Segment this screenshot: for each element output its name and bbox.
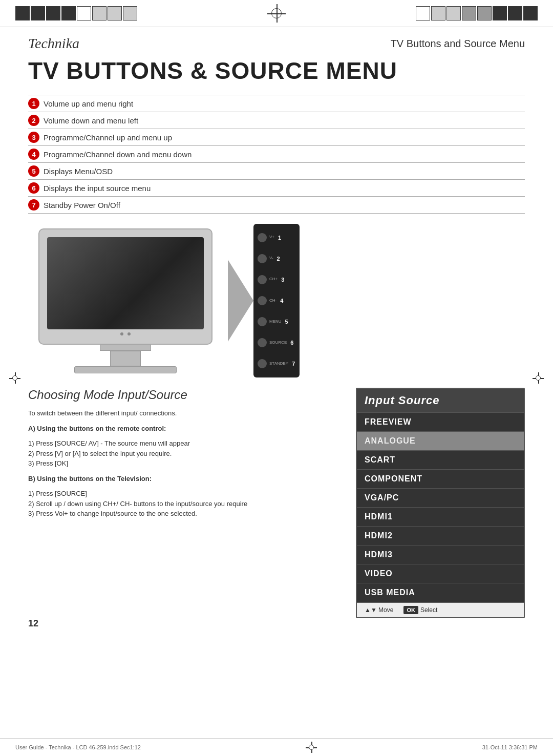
btn-label-7: STANDBY (269, 362, 288, 366)
tv-dot-2 (127, 332, 131, 335)
btn-row-1: V+ 1 (258, 233, 295, 242)
reg-box-4 (61, 6, 76, 20)
menu-item-hdmi3[interactable]: HDMI3 (357, 545, 524, 564)
footer-left: User Guide - Technika - LCD 46-259.indd … (15, 744, 141, 750)
btn-row-7: STANDBY 7 (258, 359, 295, 368)
header-title: TV Buttons and Source Menu (391, 38, 525, 50)
reg-box-8 (123, 6, 137, 20)
tv-bezel-bottom (47, 329, 204, 339)
btn-label-3: CH+ (269, 277, 278, 282)
reg-box-1 (15, 6, 30, 20)
main-content: TV BUTTONS & SOURCE MENU 1 Volume up and… (0, 52, 553, 618)
list-item: 7 Standby Power On/Off (28, 197, 525, 214)
list-item: 4 Programme/Channel down and menu down (28, 146, 525, 163)
badge-2: 2 (28, 115, 39, 126)
logo: Technika (28, 35, 79, 52)
tv-button-7 (258, 359, 267, 368)
body-text-2: A) Using the buttons on the remote contr… (28, 424, 341, 434)
tv-illustration (28, 228, 223, 373)
btn-num-1: 1 (278, 235, 281, 241)
btn-label-4: CH- (269, 299, 276, 303)
tv-button-2 (258, 254, 267, 263)
tv-stand-base (74, 366, 177, 373)
btn-row-4: CH- 4 (258, 296, 295, 305)
input-source-menu: Input Source FREEVIEW ANALOGUE SCART COM… (356, 388, 525, 618)
body-text-1: To switch between the different input/ c… (28, 408, 341, 418)
reg-box-r5 (477, 6, 492, 20)
tv-button-4 (258, 296, 267, 305)
reg-box-r2 (431, 6, 445, 20)
tv-button-5 (258, 317, 267, 326)
btn-num-5: 5 (285, 319, 288, 325)
tv-button-1 (258, 233, 267, 242)
side-arrow (228, 260, 253, 342)
buttons-panel: V+ 1 V- 2 CH+ 3 CH- 4 (253, 224, 300, 377)
page-title: TV BUTTONS & SOURCE MENU (28, 57, 525, 85)
btn-label-6: SOURCE (269, 341, 287, 345)
footer-ok-badge: OK (403, 606, 418, 614)
body-text-5: 1) Press [SOURCE] 2) Scroll up / down us… (28, 489, 341, 519)
bottom-crosshair (306, 742, 317, 753)
right-column: Input Source FREEVIEW ANALOGUE SCART COM… (356, 388, 525, 618)
reg-marks-right (416, 6, 538, 20)
menu-item-component[interactable]: COMPONENT (357, 469, 524, 488)
btn-label-5: MENU (269, 320, 282, 324)
btn-row-2: V- 2 (258, 254, 295, 263)
tv-stand-top (100, 345, 151, 351)
footer-right: 31-Oct-11 3:36:31 PM (482, 744, 538, 750)
list-item: 6 Displays the input source menu (28, 180, 525, 197)
top-crosshair (267, 4, 286, 23)
right-margin-crosshair (533, 372, 544, 384)
page-number: 12 (28, 618, 553, 629)
btn-num-3: 3 (281, 277, 284, 283)
footer-nav-select: OK Select (403, 606, 437, 614)
reg-box-6 (92, 6, 107, 20)
list-item: 2 Volume down and menu left (28, 112, 525, 129)
body-text-4: B) Using the buttons on the Television: (28, 474, 341, 484)
page-footer: User Guide - Technika - LCD 46-259.indd … (0, 738, 553, 756)
menu-item-analogue[interactable]: ANALOGUE (357, 431, 524, 450)
reg-box-r8 (523, 6, 538, 20)
top-bar (0, 0, 553, 27)
btn-num-4: 4 (280, 298, 283, 304)
btn-num-2: 2 (277, 256, 280, 262)
menu-item-hdmi2[interactable]: HDMI2 (357, 526, 524, 545)
menu-item-video[interactable]: VIDEO (357, 564, 524, 583)
badge-7: 7 (28, 199, 39, 211)
left-margin-crosshair (9, 372, 20, 384)
reg-box-r4 (462, 6, 476, 20)
reg-box-3 (46, 6, 60, 20)
body-text-3: 1) Press [SOURCE/ AV] - The source menu … (28, 438, 341, 469)
reg-box-r3 (446, 6, 461, 20)
header-section: Technika TV Buttons and Source Menu (0, 27, 553, 52)
reg-box-2 (31, 6, 45, 20)
badge-6: 6 (28, 182, 39, 194)
menu-item-usbmedia[interactable]: USB MEDIA (357, 583, 524, 602)
tv-dot-1 (120, 332, 123, 335)
reg-box-r1 (416, 6, 430, 20)
badge-5: 5 (28, 165, 39, 177)
reg-box-5 (77, 6, 91, 20)
section-heading: Choosing Mode Input/Source (28, 388, 341, 402)
menu-item-scart[interactable]: SCART (357, 450, 524, 469)
button-list: 1 Volume up and menu right 2 Volume down… (28, 95, 525, 214)
list-item: 1 Volume up and menu right (28, 95, 525, 112)
btn-row-6: SOURCE 6 (258, 338, 295, 347)
tv-stand-mid (110, 351, 141, 366)
side-panel: V+ 1 V- 2 CH+ 3 CH- 4 (228, 224, 300, 377)
reg-box-r7 (508, 6, 522, 20)
left-column: Choosing Mode Input/Source To switch bet… (28, 388, 341, 618)
menu-item-freeview[interactable]: FREEVIEW (357, 412, 524, 431)
badge-1: 1 (28, 98, 39, 109)
menu-item-hdmi1[interactable]: HDMI1 (357, 507, 524, 526)
footer-nav-move: ▲▼ Move (365, 606, 393, 614)
menu-item-vgapc[interactable]: VGA/PC (357, 488, 524, 507)
list-item: 5 Displays Menu/OSD (28, 163, 525, 180)
reg-box-7 (108, 6, 122, 20)
btn-label-2: V- (269, 256, 273, 261)
tv-screen (47, 237, 204, 329)
lower-section: Choosing Mode Input/Source To switch bet… (28, 388, 525, 618)
btn-label-1: V+ (269, 235, 274, 240)
btn-num-6: 6 (290, 340, 293, 346)
illustration-section: V+ 1 V- 2 CH+ 3 CH- 4 (28, 224, 525, 377)
